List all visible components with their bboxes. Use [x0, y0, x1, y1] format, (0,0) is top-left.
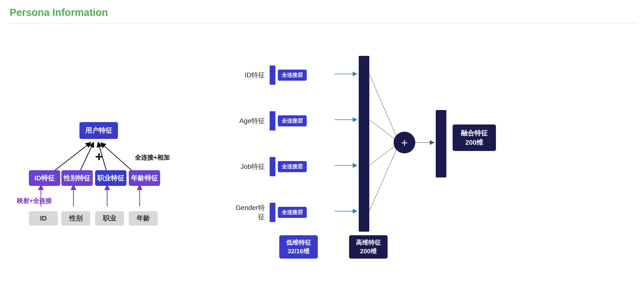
row-label-gender: Gender特征	[231, 203, 270, 222]
node-id-raw: ID	[29, 211, 58, 226]
node-gender-raw: 性别	[62, 211, 90, 226]
fc-label-gender: 全连接层	[278, 207, 307, 218]
final-output-bar	[436, 110, 446, 178]
label-mapping-fc: 映射+全连接	[17, 197, 52, 205]
small-bar-id	[270, 66, 276, 85]
right-row-id: ID特征 全连接层	[231, 66, 307, 85]
fusion-feature-box: 融合特征200维	[452, 124, 496, 151]
page-title: Persona Information	[0, 0, 644, 23]
fc-label-id: 全连接层	[278, 70, 307, 81]
right-row-job: Job特征 全连接层	[231, 157, 307, 176]
svg-line-15	[369, 145, 398, 211]
row-label-age: Age特征	[231, 116, 270, 126]
row-label-id: ID特征	[231, 70, 270, 80]
left-diagram: 用户特征 ID特征 性别特征 职业特征 年龄特征 ID 性别 职业 年龄 映	[19, 42, 183, 259]
svg-line-12	[369, 74, 398, 141]
right-diagram: ID特征 全连接层 Age特征 全连接层 Job特征 全连接层 Gender特征…	[231, 42, 496, 259]
small-bar-job	[270, 157, 276, 176]
plus-circle: +	[394, 132, 415, 154]
node-job-raw: 职业	[95, 211, 124, 226]
fc-label-job: 全连接层	[278, 161, 307, 172]
plus-symbol-left: +	[95, 148, 103, 164]
right-row-age: Age特征 全连接层	[231, 111, 307, 130]
label-fc-add: 全连接+相加	[135, 154, 170, 162]
node-user-feature: 用户特征	[80, 122, 118, 139]
main-content: 用户特征 ID特征 性别特征 职业特征 年龄特征 ID 性别 职业 年龄 映	[0, 23, 644, 259]
tall-dark-bar	[359, 56, 369, 232]
node-id-feat: ID特征	[29, 170, 60, 186]
row-label-job: Job特征	[231, 162, 270, 171]
small-bar-gender	[270, 203, 276, 222]
right-row-gender: Gender特征 全连接层	[231, 203, 307, 222]
bottom-low-dim: 低维特征32/16维	[279, 235, 318, 258]
node-job-feat: 职业特征	[95, 170, 126, 186]
small-bar-age	[270, 111, 276, 130]
bottom-high-dim: 高维特征200维	[349, 235, 388, 258]
fc-label-age: 全连接层	[278, 115, 307, 126]
node-gender-feat: 性别特征	[62, 170, 93, 186]
svg-line-13	[369, 120, 398, 142]
node-age-raw: 年龄	[129, 211, 158, 226]
node-age-feat: 年龄特征	[129, 170, 160, 186]
svg-line-14	[369, 143, 398, 166]
